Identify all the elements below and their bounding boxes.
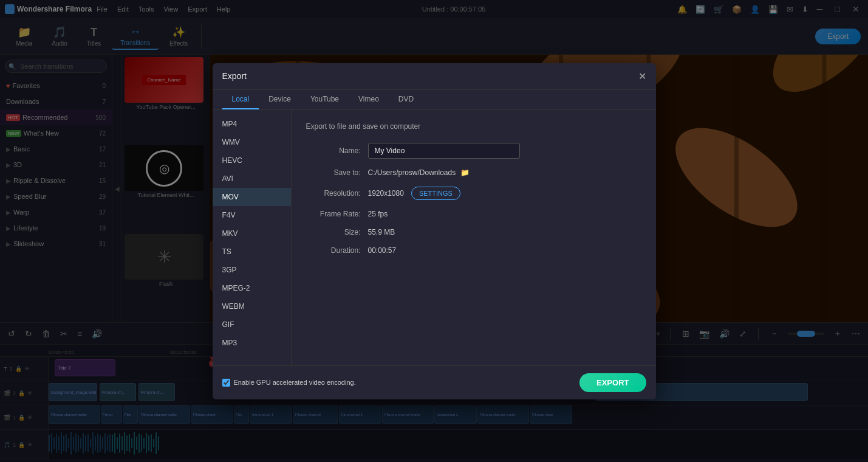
frame-rate-label: Frame Rate: [306,210,361,218]
format-3gp[interactable]: 3GP [213,261,291,279]
export-submit-button[interactable]: EXPORT [579,373,646,392]
dialog-footer: Enable GPU accelerated video encoding. E… [213,365,656,399]
duration-row: Duration: 00:00:57 [306,246,641,255]
save-to-row: Save to: C:/Users/prosw/Downloads 📁 [306,168,641,177]
duration-label: Duration: [306,246,361,255]
tab-local[interactable]: Local [222,90,259,109]
export-dialog: Export ✕ Local Device YouTube Vimeo DVD … [213,63,656,399]
format-hevc[interactable]: HEVC [213,151,291,170]
format-detail: Export to file and save on computer Name… [292,110,656,365]
save-to-label: Save to: [306,168,361,177]
dialog-close-button[interactable]: ✕ [638,71,646,82]
format-f4v[interactable]: F4V [213,206,291,224]
gpu-label: Enable GPU accelerated video encoding. [234,379,356,386]
name-input[interactable] [368,143,520,159]
dialog-header: Export ✕ [213,63,656,90]
resolution-value: 1920x1080 [368,189,404,198]
tab-vimeo[interactable]: Vimeo [349,90,389,109]
tab-device[interactable]: Device [259,90,301,109]
format-webm[interactable]: WEBM [213,297,291,315]
gpu-checkbox-row: Enable GPU accelerated video encoding. [222,379,356,387]
format-gif[interactable]: GIF [213,315,291,334]
size-row: Size: 55.9 MB [306,228,641,236]
dialog-title: Export [222,71,247,81]
format-avi[interactable]: AVI [213,170,291,188]
dialog-overlay: Export ✕ Local Device YouTube Vimeo DVD … [0,0,868,462]
format-list: MP4 WMV HEVC AVI MOV F4V MKV TS 3GP MPEG… [213,110,292,365]
size-label: Size: [306,228,361,236]
detail-title: Export to file and save on computer [306,122,641,131]
gpu-checkbox[interactable] [222,379,230,387]
tab-dvd[interactable]: DVD [389,90,423,109]
folder-icon[interactable]: 📁 [460,168,470,177]
format-mpeg2[interactable]: MPEG-2 [213,279,291,297]
dialog-body: MP4 WMV HEVC AVI MOV F4V MKV TS 3GP MPEG… [213,110,656,365]
save-path-text: C:/Users/prosw/Downloads [368,168,456,177]
format-wmv[interactable]: WMV [213,133,291,151]
format-mp3[interactable]: MP3 [213,334,291,352]
save-path-wrap: C:/Users/prosw/Downloads 📁 [368,168,470,177]
settings-button[interactable]: SETTINGS [411,187,460,200]
frame-rate-row: Frame Rate: 25 fps [306,210,641,218]
format-mkv[interactable]: MKV [213,224,291,243]
name-row: Name: [306,143,641,159]
duration-value: 00:00:57 [368,246,397,255]
tab-youtube[interactable]: YouTube [301,90,349,109]
dialog-tabs: Local Device YouTube Vimeo DVD [213,90,656,110]
name-label: Name: [306,147,361,155]
frame-rate-value: 25 fps [368,210,388,218]
format-mov[interactable]: MOV [213,188,291,206]
format-mp4[interactable]: MP4 [213,115,291,133]
format-ts[interactable]: TS [213,243,291,261]
resolution-row: Resolution: 1920x1080 SETTINGS [306,187,641,200]
size-value: 55.9 MB [368,228,395,236]
resolution-label: Resolution: [306,189,361,198]
